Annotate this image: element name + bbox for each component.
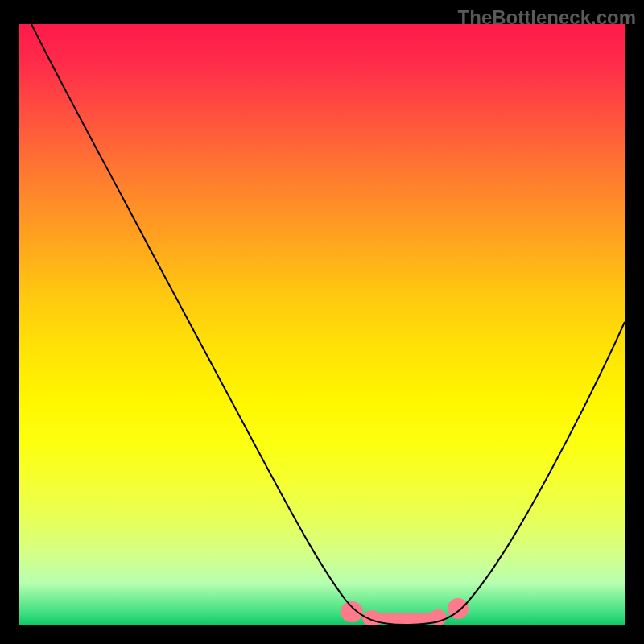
bottleneck-curve: [31, 24, 625, 625]
valley-bump: [341, 598, 469, 625]
chart-container: TheBottleneck.com: [0, 0, 644, 644]
watermark-text: TheBottleneck.com: [458, 6, 636, 29]
chart-svg: [19, 24, 625, 625]
plot-area: [19, 24, 625, 625]
bump-dot-1: [341, 601, 363, 622]
